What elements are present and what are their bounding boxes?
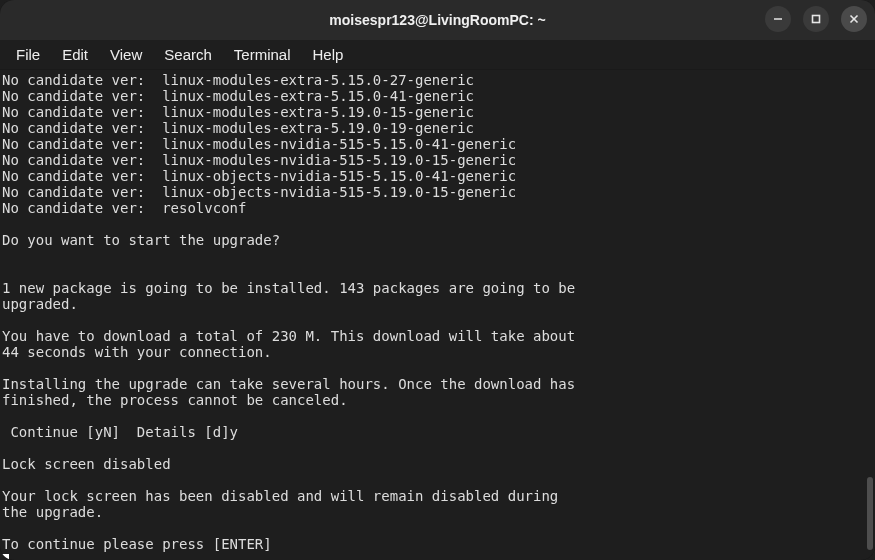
maximize-icon: [810, 13, 822, 25]
titlebar: moisespr123@LivingRoomPC: ~: [0, 0, 875, 40]
window-title: moisespr123@LivingRoomPC: ~: [0, 12, 875, 28]
close-button[interactable]: [841, 6, 867, 32]
scrollbar-thumb[interactable]: [867, 477, 873, 551]
minimize-button[interactable]: [765, 6, 791, 32]
maximize-button[interactable]: [803, 6, 829, 32]
close-icon: [848, 13, 860, 25]
menu-help[interactable]: Help: [303, 43, 354, 66]
menu-edit[interactable]: Edit: [52, 43, 98, 66]
terminal-area: No candidate ver: linux-modules-extra-5.…: [0, 70, 875, 560]
terminal-output[interactable]: No candidate ver: linux-modules-extra-5.…: [0, 70, 865, 560]
terminal-window: moisespr123@LivingRoomPC: ~ File Edit Vi…: [0, 0, 875, 560]
menubar: File Edit View Search Terminal Help: [0, 40, 875, 70]
scrollbar[interactable]: [865, 70, 875, 560]
menu-search[interactable]: Search: [154, 43, 222, 66]
cursor: [2, 554, 9, 560]
menu-view[interactable]: View: [100, 43, 152, 66]
svg-rect-1: [813, 16, 820, 23]
menu-file[interactable]: File: [6, 43, 50, 66]
window-controls: [765, 6, 867, 32]
minimize-icon: [772, 13, 784, 25]
menu-terminal[interactable]: Terminal: [224, 43, 301, 66]
